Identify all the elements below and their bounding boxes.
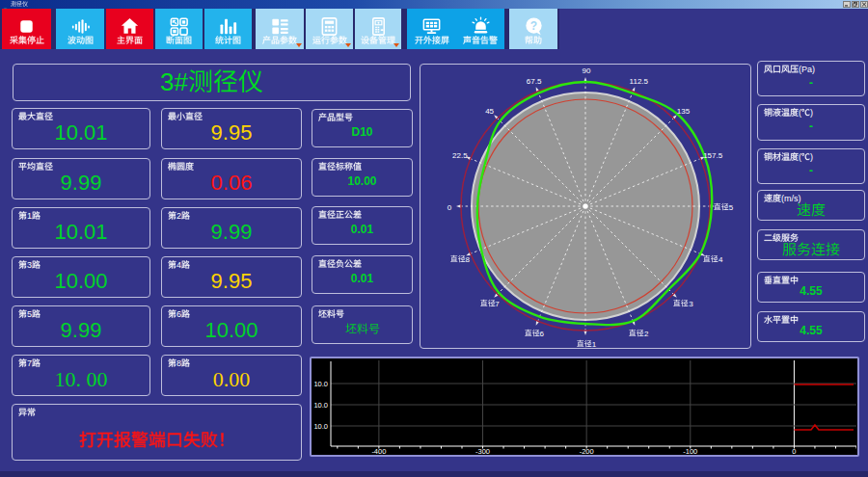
toolbar-button-main-screen[interactable] bbox=[106, 9, 153, 49]
svg-text:-300: -300 bbox=[475, 447, 490, 456]
diameter-pos-tolerance-tile: 0.01 bbox=[312, 206, 413, 245]
measurement-tile: 2 9.99 bbox=[161, 207, 302, 249]
page-title: 3# bbox=[160, 67, 263, 97]
measurement-value: 10.01 bbox=[14, 119, 148, 146]
window-title bbox=[11, 1, 28, 8]
status-value: - bbox=[760, 159, 862, 181]
alarm-box bbox=[12, 404, 302, 461]
toolbar-button-run-params[interactable] bbox=[306, 9, 353, 49]
spoke-label: 67.5 bbox=[527, 76, 542, 85]
measurement-tile: 0.06 bbox=[161, 158, 302, 199]
dropdown-arrow-icon bbox=[345, 43, 351, 47]
measurement-value: 9.99 bbox=[14, 169, 148, 197]
svg-text:-100: -100 bbox=[683, 447, 697, 456]
spoke-label: 3 bbox=[673, 300, 692, 308]
barchart-icon bbox=[204, 15, 252, 37]
toolbar-button-help[interactable]: ? bbox=[509, 9, 557, 49]
waveform-icon bbox=[56, 15, 104, 37]
svg-text:?: ? bbox=[529, 18, 536, 32]
measurement-value: 9.95 bbox=[164, 119, 299, 146]
svg-text:-400: -400 bbox=[371, 447, 386, 456]
toolbar-button-section-chart[interactable] bbox=[155, 9, 203, 49]
run-params-icon bbox=[306, 15, 353, 37]
speed-tile: (m/s) bbox=[757, 190, 865, 221]
close-icon bbox=[861, 2, 867, 7]
alarm-message bbox=[13, 418, 301, 460]
status-value: - bbox=[760, 71, 862, 93]
svg-text:10.0: 10.0 bbox=[313, 422, 328, 431]
measurement-value: 0.00 bbox=[164, 365, 299, 393]
measurement-tile: 9.95 bbox=[161, 108, 302, 149]
spoke-label: 45 bbox=[485, 106, 494, 115]
measurement-value: 9.99 bbox=[164, 218, 299, 246]
bottom-strip bbox=[0, 471, 868, 477]
vertical-centering-tile: 4.55 bbox=[757, 272, 865, 303]
measurement-tile: 4 9.95 bbox=[161, 256, 302, 298]
measurement-tile: 1 10.01 bbox=[12, 207, 150, 249]
measurement-tile: 6 10.00 bbox=[161, 305, 302, 347]
help-icon: ? bbox=[509, 15, 557, 37]
measurement-tile: 7 10. 00 bbox=[12, 355, 150, 396]
spoke-label: 5 bbox=[714, 202, 733, 211]
horizontal-centering-tile: 4.55 bbox=[757, 311, 865, 342]
secondary-service-tile bbox=[757, 229, 865, 260]
spoke-label: 157.5 bbox=[703, 150, 722, 159]
toolbar-button-stats-chart[interactable] bbox=[204, 9, 252, 49]
toolbar-button-product-params[interactable] bbox=[256, 9, 304, 49]
measurement-value: 0.06 bbox=[164, 169, 299, 197]
restore-button[interactable] bbox=[852, 1, 859, 8]
section-icon bbox=[155, 15, 203, 37]
status-value: - bbox=[760, 115, 862, 138]
measurement-tile: 9.99 bbox=[12, 158, 150, 199]
measurement-tile: 8 0.00 bbox=[161, 355, 302, 396]
status-value bbox=[760, 240, 862, 257]
measurement-value: 9.99 bbox=[14, 316, 148, 344]
restore-icon bbox=[853, 2, 858, 7]
svg-text:0: 0 bbox=[792, 447, 796, 456]
svg-text:10.0: 10.0 bbox=[313, 380, 328, 388]
copper-rod-temp-tile: () - bbox=[757, 148, 865, 184]
spoke-label: 135 bbox=[677, 106, 690, 115]
product-model-tile: D10 bbox=[312, 109, 413, 147]
spoke-label: 6 bbox=[524, 330, 543, 338]
toolbar-button-label bbox=[106, 36, 153, 45]
close-button[interactable] bbox=[860, 1, 868, 8]
stop-icon bbox=[2, 15, 51, 37]
status-value: 4.55 bbox=[760, 322, 862, 339]
diameter-gauge-app: { "window": { "title": "测径仪", "controls"… bbox=[0, 0, 868, 477]
minimize-button[interactable] bbox=[843, 1, 851, 8]
toolbar-button-wave-chart[interactable] bbox=[56, 9, 104, 49]
toolbar-button-sound-alarm[interactable] bbox=[456, 9, 504, 49]
toolbar-button-label bbox=[509, 36, 557, 45]
toolbar-button-device-manage[interactable] bbox=[355, 9, 401, 49]
measurement-value: 10. 00 bbox=[14, 365, 148, 393]
alarm-label bbox=[18, 408, 36, 417]
minimize-icon bbox=[844, 2, 850, 7]
spoke-label: 4 bbox=[703, 255, 722, 264]
toolbar-button-external-screen[interactable] bbox=[407, 9, 456, 49]
product-params-icon bbox=[256, 15, 304, 37]
toolbar-button-label bbox=[456, 36, 504, 45]
measurement-value: 10.00 bbox=[14, 267, 148, 295]
copper-liquid-temp-tile: () - bbox=[757, 104, 865, 141]
trend-chart: 10.010.010.0-400-300-200-1000 bbox=[310, 357, 859, 457]
page-title-box: 3# bbox=[13, 64, 411, 101]
spoke-label: 7 bbox=[479, 300, 499, 308]
measurement-tile: 3 10.00 bbox=[12, 256, 150, 298]
spoke-label: 112.5 bbox=[630, 76, 648, 85]
measurement-value: 10.01 bbox=[14, 218, 148, 246]
app-icon bbox=[2, 1, 9, 8]
cross-section-plot bbox=[420, 65, 750, 348]
status-value bbox=[760, 200, 862, 218]
device-icon bbox=[355, 15, 401, 37]
alarm-icon bbox=[456, 15, 504, 37]
toolbar-button-label bbox=[204, 36, 252, 45]
product-value bbox=[314, 316, 410, 341]
spoke-label: 8 bbox=[450, 255, 470, 264]
dropdown-arrow-icon bbox=[296, 43, 302, 47]
spoke-label: 1 bbox=[577, 339, 596, 348]
toolbar-button-stop-capture[interactable] bbox=[2, 9, 51, 49]
product-value: 0.01 bbox=[314, 217, 410, 242]
spoke-label: 90 bbox=[583, 66, 591, 75]
measurement-value: 10.00 bbox=[164, 316, 299, 344]
